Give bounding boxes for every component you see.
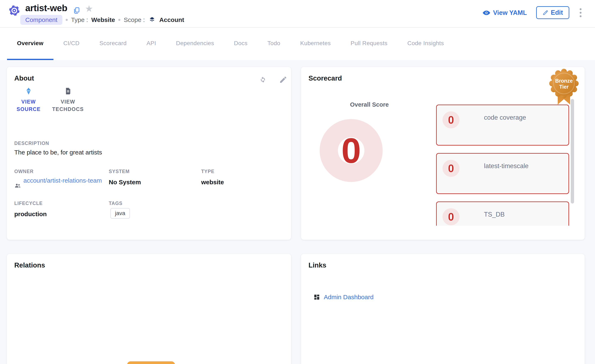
metric-value: 0 (448, 162, 454, 175)
component-gear-icon (8, 5, 20, 17)
dot-separator (118, 19, 120, 21)
group-people-icon (14, 182, 21, 189)
metric-card-latest-timescale[interactable]: 0 latest-timescale (436, 153, 569, 194)
dashboard-icon (313, 294, 320, 301)
entity-tabs: Overview CI/CD Scorecard API Dependencie… (0, 28, 595, 60)
view-source-label: VIEW SOURCE (15, 98, 42, 113)
metric-card-ts-db[interactable]: 0 TS_DB (436, 202, 569, 226)
lifecycle-label: LIFECYCLE (14, 201, 43, 206)
metric-donut: 0 (443, 160, 460, 177)
tab-todo[interactable]: Todo (257, 28, 290, 60)
scorecard-card: Scorecard Overall Score 0 0 code coverag… (301, 67, 585, 240)
tab-api[interactable]: API (136, 28, 166, 60)
tab-pull-requests[interactable]: Pull Requests (340, 28, 397, 60)
tab-overview[interactable]: Overview (7, 28, 53, 60)
tab-cicd[interactable]: CI/CD (53, 28, 90, 60)
favorite-star-icon[interactable]: ★ (85, 4, 93, 13)
edit-pencil-icon[interactable] (279, 76, 287, 85)
badge-line1: Bronze (555, 78, 573, 84)
owner-link[interactable]: account/artist-relations-team (23, 176, 109, 189)
system-label: SYSTEM (109, 169, 130, 174)
tab-docs[interactable]: Docs (224, 28, 257, 60)
owner-label: OWNER (14, 169, 34, 174)
metric-list-scrollbar[interactable] (571, 99, 574, 203)
about-title: About (14, 74, 34, 82)
links-title: Links (308, 261, 326, 269)
metric-label: TS_DB (484, 211, 505, 218)
page-header: artist-web ★ Component Type : Website Sc… (0, 0, 595, 28)
relation-graph-node[interactable] (127, 361, 175, 364)
pencil-icon (543, 10, 548, 15)
scorecard-metric-list: 0 code coverage 0 latest-timescale 0 TS_… (436, 105, 569, 226)
relations-card: Relations (7, 254, 291, 364)
dot-separator (66, 19, 68, 21)
metric-donut: 0 (443, 208, 460, 225)
view-techdocs-button[interactable]: VIEW TECHDOCS (50, 87, 85, 113)
links-card: Links Admin Dashboard (301, 254, 585, 364)
metric-label: code coverage (484, 114, 526, 121)
type-label: Type : (71, 16, 88, 23)
metric-value: 0 (448, 210, 454, 223)
tag-chip-java: java (110, 208, 130, 219)
edit-button[interactable]: Edit (536, 6, 569, 19)
refresh-icon[interactable] (259, 76, 267, 85)
view-yaml-button[interactable]: View YAML (482, 9, 527, 17)
tab-dependencies[interactable]: Dependencies (166, 28, 224, 60)
tab-kubernetes[interactable]: Kubernetes (290, 28, 340, 60)
badge-line2: Tier (559, 84, 569, 90)
type-value: Website (91, 16, 115, 23)
tags-label: TAGS (109, 201, 122, 206)
scope-value: Account (159, 16, 184, 23)
description-label: DESCRIPTION (14, 140, 49, 146)
source-diamond-icon (25, 87, 33, 95)
link-row-admin-dashboard[interactable]: Admin Dashboard (313, 294, 374, 301)
metric-value: 0 (448, 114, 454, 126)
document-icon (64, 87, 72, 95)
view-source-button[interactable]: VIEW SOURCE (15, 87, 42, 113)
metric-card-code-coverage[interactable]: 0 code coverage (436, 105, 569, 146)
type-value-field: website (201, 179, 224, 186)
overall-score-donut: 0 (320, 119, 383, 182)
overall-score-label: Overall Score (338, 101, 400, 108)
metric-donut: 0 (443, 111, 460, 128)
view-yaml-label: View YAML (493, 9, 527, 17)
lifecycle-value: production (14, 210, 47, 218)
copy-icon[interactable] (73, 7, 80, 15)
tab-scorecard[interactable]: Scorecard (90, 28, 136, 60)
layers-icon (148, 16, 156, 24)
system-value: No System (109, 179, 141, 186)
scorecard-title: Scorecard (308, 74, 342, 82)
type-field-label: TYPE (201, 169, 214, 174)
scope-label: Scope : (124, 16, 145, 23)
entity-page: artist-web ★ Component Type : Website Sc… (0, 0, 595, 364)
about-card: About VIEW SOURCE (7, 67, 291, 240)
entity-meta-row: Component Type : Website Scope : Account (20, 15, 184, 25)
owner-value-row: account/artist-relations-team (14, 176, 109, 189)
overall-score-value: 0 (341, 130, 361, 171)
eye-icon (482, 9, 491, 17)
link-label: Admin Dashboard (324, 294, 374, 301)
relations-title: Relations (14, 261, 45, 269)
bronze-tier-badge: Bronze Tier (549, 69, 579, 106)
description-text: The place to be, for great artists (14, 149, 102, 156)
tab-code-insights[interactable]: Code Insights (397, 28, 454, 60)
metric-label: latest-timescale (484, 162, 529, 170)
edit-label: Edit (551, 9, 563, 16)
more-options-kebab-menu[interactable] (578, 7, 583, 18)
kind-chip: Component (20, 15, 62, 25)
page-title: artist-web (25, 3, 67, 13)
view-techdocs-label: VIEW TECHDOCS (50, 98, 85, 113)
